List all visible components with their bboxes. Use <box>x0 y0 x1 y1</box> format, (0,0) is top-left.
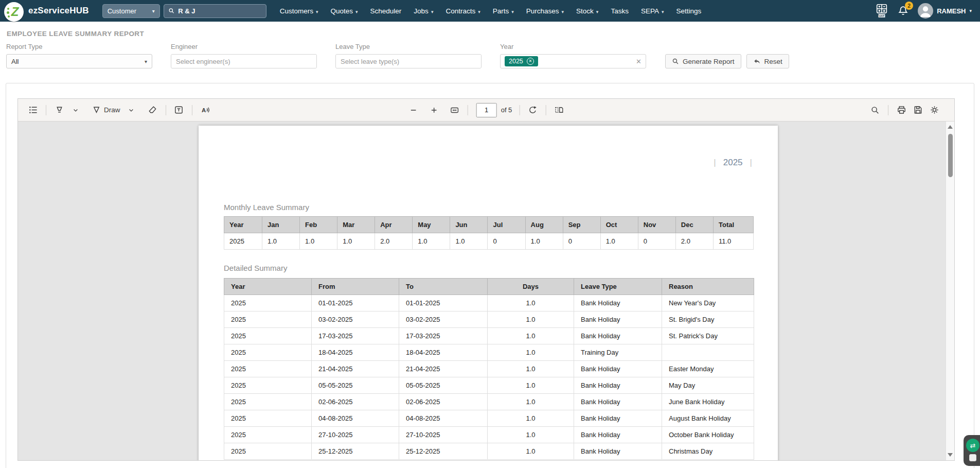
table-cell: St. Brigid's Day <box>662 311 754 328</box>
svg-text:A: A <box>201 107 205 113</box>
table-cell: 2025 <box>224 328 312 344</box>
column-header: Reason <box>662 279 754 295</box>
table-cell: 18-04-2025 <box>399 344 488 361</box>
chevron-down-icon: ▾ <box>316 9 318 14</box>
draw-options-chevron[interactable] <box>123 102 139 118</box>
table-row: 202525-12-202525-12-20251.0Bank HolidayC… <box>224 443 754 460</box>
clear-year-icon[interactable]: ✕ <box>636 58 642 65</box>
gear-icon <box>930 105 939 115</box>
table-cell: 04-08-2025 <box>399 410 488 427</box>
table-cell: 02-06-2025 <box>399 394 488 410</box>
notification-badge: 2 <box>905 2 913 10</box>
highlight-button[interactable] <box>51 102 67 118</box>
detailed-summary-title: Detailed Summary <box>224 264 287 272</box>
topbar: Z ezServiceHUB Customer ▾ Customers▾Quot… <box>0 0 980 22</box>
table-cell: 2025 <box>224 377 312 394</box>
nav-item-parts[interactable]: Parts▾ <box>487 7 520 15</box>
leave-type-input[interactable] <box>336 55 481 68</box>
printer-icon <box>897 105 906 115</box>
scrollbar-thumb[interactable] <box>948 134 953 177</box>
table-cell: Bank Holiday <box>574 443 662 460</box>
viewer-settings-button[interactable] <box>926 102 942 118</box>
table-cell: 1.0 <box>600 233 638 250</box>
table-cell: 2025 <box>224 443 312 460</box>
leave-type-label: Leave Type <box>335 43 482 50</box>
notifications-bell-icon[interactable]: 2 <box>898 5 908 16</box>
page-number-input[interactable] <box>476 103 497 117</box>
chevron-down-icon: ▾ <box>145 59 147 64</box>
nav-item-jobs[interactable]: Jobs▾ <box>407 7 439 15</box>
fit-to-width-button[interactable] <box>447 102 462 118</box>
user-name: RAMESH <box>937 7 966 15</box>
column-header: Jun <box>450 217 488 233</box>
extension-widget[interactable]: ⇄ <box>964 435 980 466</box>
search-scope-select[interactable]: Customer ▾ <box>102 4 160 18</box>
table-cell: Bank Holiday <box>574 328 662 344</box>
topbar-right: VAT 2 RAMESH ▾ <box>875 3 980 19</box>
page-title: EMPLOYEE LEAVE SUMMARY REPORT <box>7 30 973 38</box>
search-input[interactable] <box>178 7 262 15</box>
column-header: To <box>399 279 488 295</box>
nav-item-tasks[interactable]: Tasks <box>604 7 635 15</box>
table-cell: 2025 <box>224 394 312 410</box>
read-aloud-button[interactable]: A <box>198 102 213 118</box>
table-cell: October Bank Holiday <box>662 427 754 443</box>
save-button[interactable] <box>910 102 925 118</box>
generate-report-button[interactable]: Generate Report <box>665 54 741 68</box>
filters-row: Report Type All ▾ Engineer Leave Type Ye… <box>0 38 980 68</box>
global-search[interactable] <box>164 4 266 18</box>
user-menu[interactable]: RAMESH ▾ <box>918 3 972 19</box>
nav-item-quotes[interactable]: Quotes▾ <box>324 7 364 15</box>
vertical-scrollbar[interactable] <box>946 122 954 460</box>
table-cell: 2025 <box>224 427 312 443</box>
column-header: Sep <box>563 217 600 233</box>
monthly-summary-table: YearJanFebMarAprMayJunJulAugSepOctNovDec… <box>224 216 754 250</box>
page-view-button[interactable] <box>551 102 566 118</box>
print-button[interactable] <box>894 102 909 118</box>
engineer-input[interactable] <box>171 55 316 68</box>
scroll-down-arrow[interactable] <box>948 453 953 457</box>
table-cell: 17-03-2025 <box>312 328 399 344</box>
column-header: Jan <box>262 217 300 233</box>
table-cell: 1.0 <box>262 233 300 250</box>
nav-item-sepa[interactable]: SEPA▾ <box>635 7 670 15</box>
table-cell: Christmas Day <box>662 443 754 460</box>
brand[interactable]: Z ezServiceHUB <box>4 0 89 22</box>
column-header: Year <box>224 217 262 233</box>
pdf-canvas: | 2025 | Monthly Leave Summary YearJanFe… <box>18 122 954 460</box>
draw-button[interactable]: Draw <box>90 102 122 118</box>
table-row: 202517-03-202517-03-20251.0Bank HolidayS… <box>224 328 754 344</box>
nav-item-purchases[interactable]: Purchases▾ <box>520 7 570 15</box>
zoom-out-button[interactable] <box>406 102 421 118</box>
table-row: 202527-10-202527-10-20251.0Bank HolidayO… <box>224 427 754 443</box>
highlight-options-chevron[interactable] <box>68 102 83 118</box>
scroll-up-arrow[interactable] <box>948 125 953 129</box>
table-cell: Bank Holiday <box>574 427 662 443</box>
table-cell: 21-04-2025 <box>399 361 488 377</box>
vat-calculator-icon[interactable]: VAT <box>875 4 888 18</box>
find-in-document-button[interactable] <box>867 102 883 118</box>
rotate-button[interactable] <box>525 102 540 118</box>
remove-year-tag-icon[interactable]: ✕ <box>527 58 534 65</box>
search-icon <box>168 7 175 14</box>
table-row: 202521-04-202521-04-20251.0Bank HolidayE… <box>224 361 754 377</box>
table-of-contents-button[interactable] <box>25 102 41 118</box>
nav-item-scheduler[interactable]: Scheduler <box>364 7 408 15</box>
nav-item-stock[interactable]: Stock▾ <box>570 7 604 15</box>
extension-grid-icon <box>969 454 976 461</box>
add-text-button[interactable] <box>171 102 187 118</box>
erase-button[interactable] <box>145 102 161 118</box>
table-cell: 03-02-2025 <box>312 311 399 328</box>
report-type-select[interactable]: All ▾ <box>6 54 152 68</box>
nav-item-customers[interactable]: Customers▾ <box>274 7 325 15</box>
zoom-in-button[interactable] <box>426 102 442 118</box>
nav-item-contracts[interactable]: Contracts▾ <box>439 7 486 15</box>
save-icon <box>913 105 923 115</box>
year-multiselect[interactable]: 2025 ✕ ✕ <box>500 54 646 68</box>
table-header-row: YearJanFebMarAprMayJunJulAugSepOctNovDec… <box>224 217 754 233</box>
read-aloud-icon: A <box>200 105 210 115</box>
table-cell: 2025 <box>224 361 312 377</box>
search-scope-value: Customer <box>108 7 136 15</box>
reset-button[interactable]: Reset <box>746 54 789 68</box>
nav-item-settings[interactable]: Settings <box>670 7 707 15</box>
